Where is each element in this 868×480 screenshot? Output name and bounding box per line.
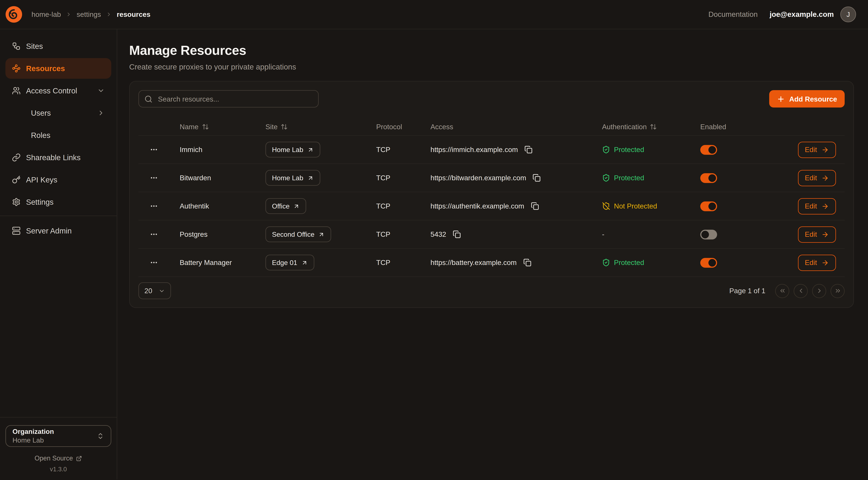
edit-button[interactable]: Edit bbox=[798, 142, 836, 158]
organization-selector[interactable]: Organization Home Lab bbox=[5, 425, 111, 447]
enabled-toggle[interactable] bbox=[700, 145, 717, 155]
previous-page-button[interactable] bbox=[794, 284, 808, 298]
page-subtitle: Create secure proxies to your private ap… bbox=[129, 62, 854, 71]
auth-badge: - bbox=[602, 230, 604, 238]
row-menu-button[interactable] bbox=[148, 172, 160, 184]
chevron-right-icon bbox=[97, 109, 105, 117]
site-badge[interactable]: Second Office bbox=[266, 227, 331, 242]
workflow-icon bbox=[12, 42, 21, 51]
sidebar-item-server-admin[interactable]: Server Admin bbox=[5, 220, 111, 241]
breadcrumb-settings[interactable]: settings bbox=[77, 10, 101, 19]
auth-badge: Protected bbox=[602, 146, 644, 154]
add-resource-button[interactable]: Add Resource bbox=[769, 90, 845, 108]
chevron-down-icon bbox=[97, 87, 105, 94]
sidebar-item-resources[interactable]: Resources bbox=[5, 58, 111, 79]
arrow-up-right-icon bbox=[307, 146, 314, 153]
auth-badge: Not Protected bbox=[602, 202, 657, 210]
sidebar-item-access-control[interactable]: Access Control bbox=[5, 80, 111, 101]
edit-button[interactable]: Edit bbox=[798, 198, 836, 214]
site-badge[interactable]: Office bbox=[266, 198, 306, 214]
shield-check-icon bbox=[602, 259, 610, 267]
enabled-toggle[interactable] bbox=[700, 173, 717, 183]
add-resource-label: Add Resource bbox=[789, 95, 837, 103]
copy-icon bbox=[531, 202, 539, 210]
shield-check-icon bbox=[602, 174, 610, 182]
search-input[interactable] bbox=[157, 94, 313, 103]
shield-off-icon bbox=[602, 202, 610, 210]
chevron-right-icon bbox=[66, 11, 72, 18]
sidebar-footer: Organization Home Lab Open Source v1.3.0 bbox=[0, 417, 117, 479]
edit-button[interactable]: Edit bbox=[798, 170, 836, 186]
plus-icon bbox=[777, 95, 785, 103]
sidebar-item-label: Access Control bbox=[26, 86, 77, 95]
sidebar-item-api-keys[interactable]: API Keys bbox=[5, 170, 111, 190]
sidebar-item-label: Roles bbox=[31, 131, 50, 140]
arrow-right-icon bbox=[821, 259, 829, 266]
enabled-toggle[interactable] bbox=[700, 258, 717, 268]
copy-button[interactable] bbox=[522, 258, 532, 268]
sidebar-item-label: Shareable Links bbox=[26, 153, 81, 162]
copy-button[interactable] bbox=[530, 201, 540, 211]
site-badge[interactable]: Home Lab bbox=[266, 170, 320, 186]
chevron-right-icon bbox=[816, 287, 823, 294]
toggle-knob bbox=[708, 202, 716, 210]
row-menu-button[interactable] bbox=[148, 143, 160, 156]
avatar[interactable]: J bbox=[840, 6, 856, 22]
open-source-link[interactable]: Open Source bbox=[5, 454, 111, 462]
copy-button[interactable] bbox=[532, 173, 542, 183]
sidebar-item-users[interactable]: Users bbox=[5, 102, 111, 123]
key-icon bbox=[12, 175, 21, 184]
table-row: Immich Home Lab TCP https://immich.examp… bbox=[138, 136, 845, 164]
ellipsis-icon bbox=[150, 146, 158, 154]
site-badge[interactable]: Home Lab bbox=[266, 142, 320, 157]
enabled-toggle[interactable] bbox=[700, 201, 717, 211]
edit-button[interactable]: Edit bbox=[798, 254, 836, 271]
row-menu-button[interactable] bbox=[148, 256, 160, 269]
column-header-site[interactable]: Site bbox=[255, 123, 365, 131]
users-icon bbox=[12, 86, 21, 95]
last-page-button[interactable] bbox=[831, 284, 845, 298]
resource-access: https://battery.example.com bbox=[431, 259, 517, 267]
sidebar-item-label: Settings bbox=[26, 198, 54, 206]
sidebar-item-label: Sites bbox=[26, 42, 43, 51]
page-size-select[interactable]: 20 bbox=[138, 282, 171, 299]
auth-badge: Protected bbox=[602, 174, 644, 182]
edit-button[interactable]: Edit bbox=[798, 226, 836, 243]
sidebar-item-settings[interactable]: Settings bbox=[5, 192, 111, 212]
waypoints-icon bbox=[12, 64, 21, 73]
column-header-name[interactable]: Name bbox=[169, 123, 255, 131]
breadcrumb-org[interactable]: home-lab bbox=[31, 10, 61, 19]
sidebar-divider bbox=[0, 216, 117, 216]
first-page-button[interactable] bbox=[775, 284, 789, 298]
sidebar-item-sites[interactable]: Sites bbox=[5, 36, 111, 57]
copy-button[interactable] bbox=[523, 144, 534, 155]
sidebar-nav: Sites Resources Access Control Users Rol… bbox=[0, 29, 117, 243]
chevrons-up-down-icon bbox=[97, 432, 104, 440]
sort-icon bbox=[650, 123, 657, 130]
breadcrumb-resources[interactable]: resources bbox=[117, 10, 150, 19]
enabled-toggle[interactable] bbox=[700, 230, 717, 239]
table-row: Authentik Office TCP https://authentik.e… bbox=[138, 192, 845, 220]
arrow-right-icon bbox=[821, 202, 829, 210]
page-size-value: 20 bbox=[145, 287, 152, 295]
copy-icon bbox=[533, 174, 541, 182]
copy-button[interactable] bbox=[452, 229, 462, 239]
pangolin-logo-icon[interactable] bbox=[5, 5, 23, 23]
page-title: Manage Resources bbox=[129, 42, 854, 59]
row-menu-button[interactable] bbox=[148, 228, 160, 241]
site-badge[interactable]: Edge 01 bbox=[266, 254, 314, 270]
ellipsis-icon bbox=[150, 174, 158, 182]
next-page-button[interactable] bbox=[812, 284, 826, 298]
row-menu-button[interactable] bbox=[148, 200, 160, 212]
documentation-link[interactable]: Documentation bbox=[708, 10, 757, 19]
column-header-authentication[interactable]: Authentication bbox=[591, 123, 689, 131]
sidebar-item-shareable-links[interactable]: Shareable Links bbox=[5, 147, 111, 168]
arrow-up-right-icon bbox=[318, 231, 325, 238]
toggle-knob bbox=[708, 259, 716, 266]
user-email[interactable]: joe@example.com bbox=[770, 10, 834, 19]
sidebar-item-label: Resources bbox=[26, 64, 65, 73]
table-row: Bitwarden Home Lab TCP https://bitwarden… bbox=[138, 164, 845, 192]
table-row: Battery Manager Edge 01 TCP https://batt… bbox=[138, 249, 845, 277]
sidebar-item-roles[interactable]: Roles bbox=[5, 125, 111, 146]
card-footer: 20 Page 1 of 1 bbox=[138, 282, 845, 299]
